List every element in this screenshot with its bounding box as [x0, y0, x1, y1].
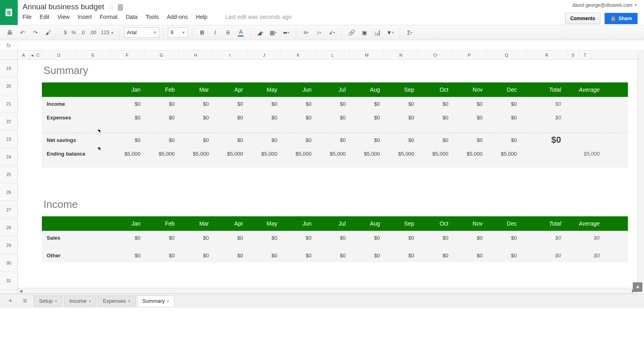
column-header-P[interactable]: P	[452, 51, 487, 59]
cell[interactable]: $0	[351, 101, 386, 107]
bold-button[interactable]: B	[196, 27, 208, 38]
scroll-left-icon[interactable]: ◀	[18, 289, 24, 293]
cell[interactable]: $0	[180, 101, 215, 107]
cell[interactable]: $0	[454, 101, 488, 107]
cell[interactable]: $0	[317, 115, 351, 121]
cell[interactable]: $0	[112, 101, 146, 107]
column-header-L[interactable]: L	[316, 51, 350, 59]
cell[interactable]: $0	[386, 101, 420, 107]
menu-addons[interactable]: Add-ons	[167, 14, 188, 20]
column-header-G[interactable]: G	[144, 51, 179, 59]
cell[interactable]: $0	[386, 115, 420, 121]
cell[interactable]: $0	[249, 137, 283, 143]
currency-button[interactable]: $	[62, 30, 68, 35]
cell[interactable]: $5,000	[488, 151, 522, 157]
cell[interactable]: $0	[215, 115, 249, 121]
cell[interactable]: $0	[249, 253, 283, 259]
menu-insert[interactable]: Insert	[78, 14, 92, 20]
number-format-button[interactable]: 123 ▼	[99, 30, 116, 35]
cell[interactable]: $0	[249, 235, 283, 241]
cell[interactable]: $0	[249, 101, 283, 107]
increase-decimal-button[interactable]: .00	[88, 30, 98, 35]
column-header-M[interactable]: M	[350, 51, 384, 59]
row-header-23[interactable]: 23	[0, 130, 17, 148]
sheet-tab-setup[interactable]: Setup▾	[34, 296, 62, 306]
total-cell[interactable]: $0	[522, 115, 567, 121]
average-cell[interactable]: $0	[567, 235, 605, 241]
column-header-F[interactable]: F	[110, 51, 144, 59]
italic-button[interactable]: I	[209, 27, 221, 38]
cell[interactable]: $0	[215, 101, 249, 107]
cell[interactable]: $0	[146, 137, 180, 143]
all-sheets-button[interactable]: ≡	[19, 296, 31, 307]
cell[interactable]: $0	[180, 253, 215, 259]
cell[interactable]: $0	[283, 101, 317, 107]
cell[interactable]: $0	[420, 253, 454, 259]
horizontal-scrollbar[interactable]: ◀ ▶	[18, 288, 637, 294]
cell[interactable]: $5,000	[249, 151, 283, 157]
cell[interactable]: $5,000	[112, 151, 146, 157]
menu-view[interactable]: View	[58, 14, 70, 20]
menu-tools[interactable]: Tools	[146, 14, 159, 20]
average-cell[interactable]: $0	[567, 253, 605, 259]
vertical-scrollbar[interactable]	[638, 51, 644, 288]
column-header-S[interactable]: S	[567, 51, 579, 59]
total-cell[interactable]: $0	[522, 235, 567, 241]
folder-icon[interactable]: ▇	[118, 3, 123, 11]
cell[interactable]: $0	[215, 137, 249, 143]
column-header-J[interactable]: J	[247, 51, 281, 59]
paint-format-icon[interactable]: 🖌	[43, 27, 54, 38]
cell[interactable]: $0	[351, 235, 386, 241]
text-color-button[interactable]: A	[235, 27, 246, 38]
row-header-24[interactable]: 24	[0, 148, 17, 166]
cell[interactable]: $0	[351, 253, 386, 259]
column-header-C[interactable]: C	[35, 51, 42, 59]
row-header-28[interactable]: 28	[0, 219, 17, 236]
column-header-O[interactable]: O	[418, 51, 452, 59]
row-header-25[interactable]: 25	[0, 166, 17, 183]
user-email[interactable]: david.george@ditoweb.com▼	[572, 2, 638, 8]
row-header-21[interactable]: 21	[0, 95, 17, 113]
cell[interactable]: $0	[215, 235, 249, 241]
print-icon[interactable]: 🖶	[4, 27, 15, 38]
cells-area[interactable]: SummaryJanFebMarAprMayJunJulAugSepOctNov…	[18, 60, 644, 308]
total-cell[interactable]: $0	[522, 253, 567, 259]
menu-edit[interactable]: Edit	[40, 14, 50, 20]
document-title[interactable]: Annual business budget	[23, 2, 104, 11]
column-header-I[interactable]: I	[213, 51, 247, 59]
cell[interactable]: $5,000	[317, 151, 351, 157]
font-select[interactable]: Arial▼	[124, 27, 159, 38]
row-header-26[interactable]: 26	[0, 183, 17, 201]
cell[interactable]: $0	[420, 137, 454, 143]
row-header-31[interactable]: 31	[0, 272, 17, 290]
column-header-H[interactable]: H	[179, 51, 213, 59]
cell[interactable]: $0	[146, 101, 180, 107]
insert-chart-icon[interactable]: 📊	[372, 27, 383, 38]
explore-button[interactable]: ✦	[633, 282, 642, 292]
cell[interactable]: $5,000	[454, 151, 488, 157]
cell[interactable]: $0	[454, 115, 488, 121]
horizontal-align-icon[interactable]: ≡▾	[300, 27, 312, 38]
cell[interactable]: $0	[488, 235, 522, 241]
share-button[interactable]: 🔒Share	[605, 13, 638, 24]
column-header-K[interactable]: K	[281, 51, 316, 59]
row-header-19[interactable]: 19	[0, 60, 17, 77]
menu-help[interactable]: Help	[196, 14, 208, 20]
cell[interactable]: $0	[180, 115, 215, 121]
cell[interactable]: $0	[112, 137, 146, 143]
cell[interactable]: $0	[488, 115, 522, 121]
redo-icon[interactable]: ↷	[30, 27, 41, 38]
row-header-27[interactable]: 27	[0, 201, 17, 219]
cell[interactable]: $0	[386, 137, 420, 143]
cell[interactable]: $0	[180, 235, 215, 241]
text-wrap-icon[interactable]: ↲▾	[326, 27, 337, 38]
cell[interactable]: $0	[249, 115, 283, 121]
sheets-logo[interactable]	[0, 0, 18, 25]
functions-icon[interactable]: Σ▾	[404, 27, 415, 38]
filter-icon[interactable]: ▼▾	[384, 27, 396, 38]
font-size-select[interactable]: 6▼	[168, 27, 188, 38]
cell[interactable]: $0	[283, 115, 317, 121]
cell-note-indicator[interactable]	[97, 148, 100, 150]
row-header-20[interactable]: 20	[0, 77, 17, 95]
column-group-toggle[interactable]: ◂	[30, 51, 35, 59]
